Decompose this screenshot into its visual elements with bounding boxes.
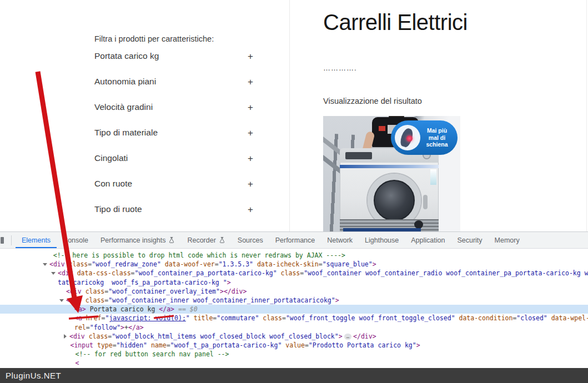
code-token: data-wpel-link bbox=[547, 314, 588, 322]
back-pain-icon bbox=[395, 125, 420, 150]
filter-expand-button[interactable]: + bbox=[248, 77, 255, 88]
code-line[interactable]: <a href="javascript: void(0);" title="co… bbox=[0, 314, 588, 322]
tab-label: Sources bbox=[238, 236, 263, 244]
tab-label: Application bbox=[411, 236, 445, 244]
filter-section: Filtra i prodotti per caratteristiche: P… bbox=[94, 34, 255, 230]
code-token: class bbox=[65, 260, 88, 268]
code-token: </a> bbox=[128, 324, 144, 331]
filter-row[interactable]: Portata carico kg+ bbox=[94, 51, 255, 77]
code-token: "woof_front_toggle woof_front_toggle_clo… bbox=[286, 314, 455, 322]
code-line[interactable]: < bbox=[0, 359, 588, 367]
tab-label: Memory bbox=[495, 236, 520, 244]
filter-expand-button[interactable]: + bbox=[248, 51, 255, 62]
tab-label: Performance bbox=[275, 236, 315, 244]
code-token: > bbox=[120, 324, 124, 331]
expand-arrow[interactable] bbox=[59, 297, 66, 303]
code-line[interactable]: <div class="woof_container_overlay_item"… bbox=[0, 287, 588, 296]
filter-row[interactable]: Autonomia piani+ bbox=[94, 77, 255, 102]
code-line-selected[interactable]: <a> Portata carico kg </a> == $0 bbox=[0, 305, 588, 314]
code-link[interactable]: javascript: void(0); bbox=[109, 314, 185, 322]
tab-performance[interactable]: Performance bbox=[269, 232, 321, 248]
code-line[interactable]: <div class="woof_block_html_items woof_c… bbox=[0, 332, 588, 341]
flask-icon bbox=[219, 236, 225, 244]
filter-row[interactable]: Con ruote+ bbox=[94, 179, 255, 204]
code-token: href bbox=[82, 314, 102, 322]
filter-row[interactable]: Tipo di materiale+ bbox=[94, 128, 255, 153]
tab-label: Lighthouse bbox=[365, 236, 399, 244]
code-token: = bbox=[215, 260, 219, 268]
code-token: data-icheck-skin bbox=[253, 260, 319, 268]
tab-network[interactable]: Network bbox=[321, 232, 359, 248]
tab-lighthouse[interactable]: Lighthouse bbox=[359, 232, 405, 248]
code-token: value bbox=[282, 341, 305, 349]
tab-security[interactable]: Security bbox=[451, 232, 488, 248]
code-line[interactable]: <div data-css-class="woof_container_pa_p… bbox=[0, 269, 588, 278]
filter-expand-button[interactable]: + bbox=[248, 179, 255, 190]
code-token: + bbox=[124, 324, 128, 331]
ellipsis-badge[interactable]: … bbox=[344, 334, 351, 340]
code-token: ></div> bbox=[220, 288, 247, 295]
trolley-knob bbox=[414, 220, 423, 229]
tab-label: Elements bbox=[22, 236, 51, 244]
code-token: > bbox=[335, 296, 339, 304]
filter-expand-button[interactable]: + bbox=[248, 204, 255, 215]
code-token: class bbox=[82, 296, 105, 304]
code-line[interactable]: <!-- for red button search nav panel --> bbox=[0, 350, 588, 359]
filter-row[interactable]: Cingolati+ bbox=[94, 153, 255, 179]
filter-label: Tipo di ruote bbox=[94, 204, 142, 214]
code-token: <div bbox=[49, 260, 65, 268]
tab-label: Network bbox=[327, 236, 353, 244]
code-token: data-woof-ver bbox=[161, 260, 215, 268]
expand-arrow[interactable] bbox=[42, 261, 49, 266]
tab-elements[interactable]: Elements bbox=[16, 232, 57, 248]
tab-label: Console bbox=[63, 236, 88, 244]
code-line[interactable]: <div class="woof_container_inner woof_co… bbox=[0, 296, 588, 305]
machine-door-handle bbox=[423, 195, 428, 209]
code-token: <div bbox=[58, 269, 73, 277]
page-title: Carrelli Elettrici bbox=[323, 10, 584, 35]
expand-arrow[interactable] bbox=[62, 333, 69, 339]
code-token: rel bbox=[74, 324, 86, 331]
code-token: title bbox=[190, 314, 213, 322]
code-token: "follow" bbox=[90, 324, 120, 331]
code-token: "Prodotto Portata carico kg" bbox=[309, 341, 416, 349]
machine-label bbox=[430, 169, 436, 185]
devtools-panel: ElementsConsolePerformance insightsRecor… bbox=[0, 231, 588, 368]
code-line[interactable]: tat caricokg woof_fs_pa_portata-carico-k… bbox=[0, 278, 588, 287]
tab-performance-insights[interactable]: Performance insights bbox=[94, 232, 181, 248]
expand-arrow[interactable] bbox=[51, 270, 58, 275]
code-token: data-condition bbox=[455, 314, 513, 322]
filter-label: Autonomia piani bbox=[94, 77, 156, 87]
filter-section-title: Filtra i prodotti per caratteristiche: bbox=[94, 34, 255, 43]
inspect-icon[interactable] bbox=[1, 237, 4, 244]
code-token: "woof_container_overlay_item" bbox=[108, 288, 220, 295]
code-token: "woof_container_inner woof_container_inn… bbox=[108, 296, 335, 304]
code-token: = bbox=[305, 341, 309, 349]
code-line[interactable]: <!-- here is possible to drop html code … bbox=[0, 251, 588, 260]
filter-expand-button[interactable]: + bbox=[248, 128, 255, 139]
section-divider bbox=[289, 0, 290, 231]
code-token: > bbox=[416, 341, 420, 349]
tab-console[interactable]: Console bbox=[57, 232, 94, 248]
code-line[interactable]: <input type="hidden" name="woof_t_pa_por… bbox=[0, 341, 588, 350]
footer-bar: PluginUs.NET bbox=[0, 368, 588, 383]
filter-expand-button[interactable]: + bbox=[248, 102, 255, 113]
tab-recorder[interactable]: Recorder bbox=[181, 232, 231, 248]
code-token: "woof_container_pa_portata-carico-kg" bbox=[135, 269, 277, 277]
product-image[interactable]: Mai più mal di schiena bbox=[323, 116, 460, 231]
code-token: <!-- for red button search nav panel --> bbox=[76, 350, 229, 358]
machine-blue-stripe bbox=[340, 165, 439, 168]
tab-memory[interactable]: Memory bbox=[489, 232, 526, 248]
code-token: <input bbox=[71, 341, 94, 349]
filter-expand-button[interactable]: + bbox=[248, 153, 255, 164]
tab-label: Security bbox=[457, 236, 482, 244]
code-token: "woof_container woof_container_radio woo… bbox=[304, 269, 588, 277]
tab-application[interactable]: Application bbox=[405, 232, 451, 248]
code-token: = bbox=[86, 324, 90, 331]
code-token: <div bbox=[66, 296, 82, 304]
tab-sources[interactable]: Sources bbox=[232, 232, 269, 248]
code-line[interactable]: <div class="woof_redraw_zone" data-woof-… bbox=[0, 260, 588, 269]
code-line[interactable]: rel="follow">+</a> bbox=[0, 323, 588, 332]
filter-row[interactable]: Tipo di ruote+ bbox=[94, 204, 255, 230]
filter-row[interactable]: Velocità gradini+ bbox=[94, 102, 255, 128]
